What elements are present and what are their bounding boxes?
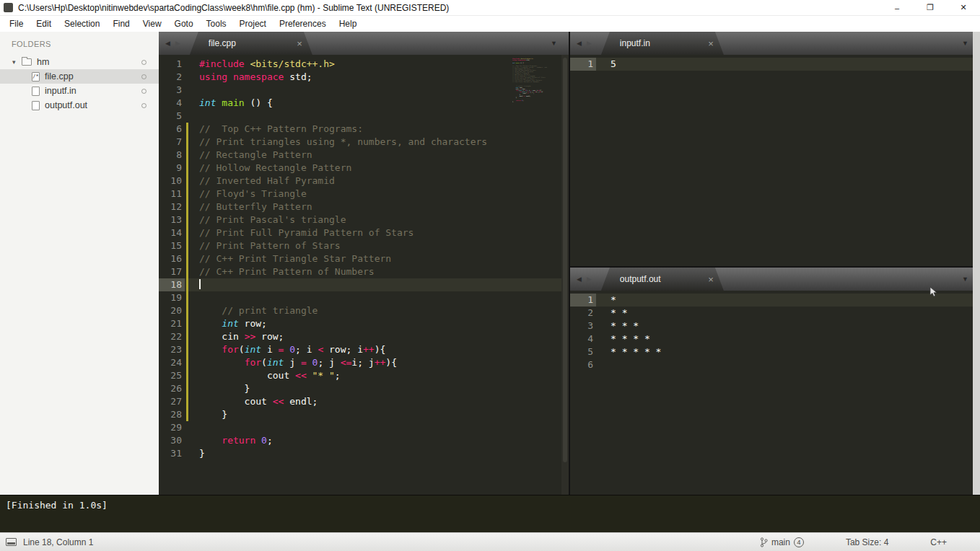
line-number: 5 — [570, 345, 596, 358]
menu-item-goto[interactable]: Goto — [168, 19, 200, 29]
statusbar-left: Line 18, Column 1 — [0, 537, 93, 547]
folder-label: hm — [37, 57, 49, 67]
menu-item-file[interactable]: File — [3, 19, 30, 29]
scroll-thumb[interactable] — [563, 58, 567, 462]
code-editor-file-cpp[interactable]: 1#include <bits/stdc++.h>2using namespac… — [159, 58, 569, 460]
code-line[interactable]: 7// Print triangles using *, numbers, an… — [159, 136, 569, 149]
menu-item-project[interactable]: Project — [233, 19, 273, 29]
tab-close-icon[interactable]: × — [705, 274, 717, 285]
line-number: 28 — [159, 408, 185, 421]
nav-forward-icon[interactable]: ▶ — [587, 276, 592, 283]
code-line[interactable]: 13// Print Pascal's triangle — [159, 213, 569, 226]
code-line[interactable]: } — [512, 101, 547, 102]
code-line[interactable]: 5 — [159, 110, 569, 123]
code-line[interactable]: 5* * * * * — [570, 345, 980, 358]
code-line[interactable]: 24 for(int j = 0; j <=i; j++){ — [159, 356, 569, 369]
panel-toggle-icon[interactable] — [6, 538, 17, 546]
code-line[interactable]: 3* * * — [570, 319, 980, 332]
code-line[interactable]: 14// Print Full Pyramid Pattern of Stars — [159, 226, 569, 239]
right-pane-scrollbar[interactable] — [973, 32, 980, 495]
tab-close-icon[interactable]: × — [705, 38, 717, 49]
nav-back-icon[interactable]: ◀ — [577, 276, 582, 283]
code-line[interactable]: 18 — [159, 278, 569, 291]
code-line[interactable]: 2* * — [570, 307, 980, 319]
code-line[interactable]: 8// Rectangle Pattern — [159, 149, 569, 162]
code-line[interactable]: 15 — [570, 58, 980, 71]
tab-overflow-icon[interactable]: ▼ — [539, 32, 569, 55]
code-line[interactable]: 4int main () { — [159, 97, 569, 110]
mouse-cursor — [929, 286, 938, 301]
nav-back-icon[interactable]: ◀ — [165, 40, 170, 47]
tab-inputf-in[interactable]: inputf.in × — [601, 32, 724, 55]
code-line[interactable]: 10// Inverted Half Pyramid — [159, 175, 569, 188]
file-icon — [32, 87, 40, 96]
code-line[interactable]: 22 cin >> row; — [159, 330, 569, 343]
menu-item-view[interactable]: View — [136, 19, 168, 29]
sidebar-folder-hm[interactable]: ▾ hm — [0, 55, 159, 69]
nav-back-icon[interactable]: ◀ — [577, 40, 582, 47]
editor-vscrollbar[interactable] — [561, 55, 569, 495]
line-number: 25 — [159, 369, 185, 382]
sidebar-item-outputf-out[interactable]: outputf.out — [0, 98, 159, 113]
code-line[interactable]: 16// C++ Print Triangle Star Pattern — [159, 252, 569, 265]
syntax-status[interactable]: C++ — [930, 537, 947, 547]
code-line[interactable]: 12// Butterfly Pattern — [159, 200, 569, 213]
code-line[interactable]: 6// Top C++ Pattern Programs: — [159, 123, 569, 136]
tab-outputf-out[interactable]: outputf.out × — [601, 268, 724, 291]
code-line[interactable]: 29 — [159, 421, 569, 434]
code-line[interactable]: 31} — [159, 447, 569, 460]
restore-button[interactable]: ❐ — [914, 0, 947, 15]
line-number: 6 — [570, 358, 596, 371]
cursor-position: Line 18, Column 1 — [23, 537, 93, 547]
nav-forward-icon[interactable]: ▶ — [175, 40, 180, 47]
code-line[interactable]: 9// Hollow Rectangle Pattern — [159, 162, 569, 175]
file-status-dot — [141, 89, 146, 94]
menu-item-edit[interactable]: Edit — [30, 19, 58, 29]
tab-file-cpp[interactable]: file.cpp × — [190, 32, 312, 55]
code-editor-inputf-in[interactable]: 15 — [570, 58, 980, 71]
code-line[interactable]: 23 for(int i = 0; i < row; i++){ — [159, 343, 569, 356]
code-line[interactable]: 11// Floyd's Triangle — [159, 188, 569, 200]
sidebar-item-file-cpp[interactable]: /* file.cpp — [0, 69, 159, 84]
minimize-button[interactable]: – — [880, 0, 914, 15]
code-line[interactable]: 25 cout << "* "; — [159, 369, 569, 382]
code-line[interactable]: 6 — [570, 358, 980, 371]
file-icon — [32, 101, 40, 110]
line-number: 9 — [159, 162, 185, 175]
code-line[interactable]: 17// C++ Print Pattern of Numbers — [159, 265, 569, 278]
menu-item-preferences[interactable]: Preferences — [273, 19, 333, 29]
close-button[interactable]: ✕ — [947, 0, 980, 15]
menu-item-tools[interactable]: Tools — [200, 19, 233, 29]
code-line[interactable]: 27 cout << endl; — [159, 395, 569, 408]
code-line[interactable]: 2using namespace std; — [159, 71, 569, 84]
code-line[interactable]: 1* — [570, 294, 980, 307]
git-branch-status[interactable]: main 4 — [760, 537, 804, 547]
code-line[interactable]: 20 // print triangle — [159, 304, 569, 317]
code-line[interactable]: 26 } — [159, 382, 569, 395]
code-line[interactable]: 1#include <bits/stdc++.h> — [159, 58, 569, 71]
code-editor-outputf-out[interactable]: 1*2* *3* * *4* * * *5* * * * *6 — [570, 294, 980, 371]
code-line[interactable]: 28 } — [159, 408, 569, 421]
code-line[interactable]: 30 return 0; — [159, 434, 569, 447]
tab-size-status[interactable]: Tab Size: 4 — [846, 537, 888, 547]
nav-forward-icon[interactable]: ▶ — [587, 40, 592, 47]
code-line[interactable]: 15// Print Pattern of Stars — [159, 239, 569, 252]
tab-close-icon[interactable]: × — [294, 38, 305, 49]
menu-item-selection[interactable]: Selection — [58, 19, 106, 29]
minimap[interactable]: #include <bits/stdc++.h>using namespace … — [512, 58, 547, 102]
tab-label: outputf.out — [620, 274, 705, 284]
tab-nav-arrows: ◀ ▶ — [570, 32, 598, 55]
editor-pane-output: ◀ ▶ outputf.out × ▼ 1*2* *3* * *4* * * *… — [570, 268, 980, 495]
sidebar: FOLDERS ▾ hm /* file.cpp inputf.in outpu… — [0, 32, 159, 495]
folder-caret-icon[interactable]: ▾ — [12, 58, 22, 66]
line-number: 13 — [159, 213, 185, 226]
code-line[interactable]: 21 int row; — [159, 317, 569, 330]
menu-item-find[interactable]: Find — [106, 19, 136, 29]
sublime-text-window: C:\Users\Hp\Desktop\nitinwebdev\spartaCo… — [0, 0, 980, 551]
line-number: 1 — [570, 58, 596, 71]
sidebar-item-inputf-in[interactable]: inputf.in — [0, 84, 159, 98]
code-line[interactable]: 4* * * * — [570, 332, 980, 345]
code-line[interactable]: 3 — [159, 84, 569, 97]
menu-item-help[interactable]: Help — [333, 19, 364, 29]
code-line[interactable]: 19 — [159, 291, 569, 304]
